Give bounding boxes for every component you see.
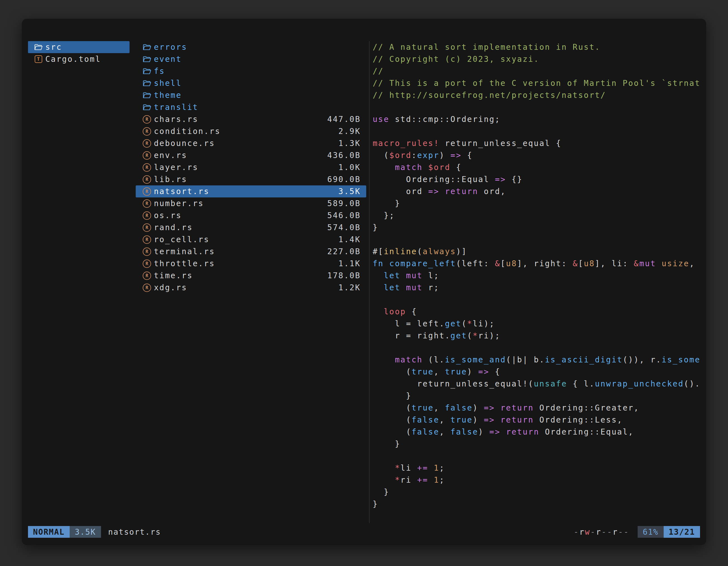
code-line: macro_rules! return_unless_equal { bbox=[373, 137, 704, 149]
rust-file-icon: R bbox=[143, 199, 151, 208]
dir-item-src[interactable]: src bbox=[28, 41, 130, 53]
file-item-condition.rs[interactable]: Rcondition.rs2.9K bbox=[136, 125, 366, 137]
item-size: 447.0B bbox=[327, 115, 361, 124]
file-item-xdg.rs[interactable]: Rxdg.rs1.2K bbox=[136, 282, 366, 293]
code-line: match $ord { bbox=[373, 161, 704, 173]
code-line: #[inline(always)] bbox=[373, 246, 704, 258]
item-size: 2.9K bbox=[339, 127, 361, 136]
code-line: } bbox=[373, 390, 704, 402]
parent-dir-pane: srcTCargo.toml bbox=[28, 41, 130, 65]
code-line: r = right.get(*ri); bbox=[373, 330, 704, 342]
rust-file-icon: R bbox=[143, 259, 151, 268]
rust-file-icon: R bbox=[143, 187, 151, 196]
perm-char: - bbox=[590, 527, 596, 537]
item-size: 1.3K bbox=[339, 139, 361, 148]
folder-open-icon bbox=[143, 55, 151, 64]
item-size: 436.0B bbox=[327, 151, 361, 160]
code-line: } bbox=[373, 438, 704, 450]
mode-indicator: NORMAL bbox=[28, 526, 70, 538]
item-label: lib.rs bbox=[154, 175, 187, 184]
file-item-chars.rs[interactable]: Rchars.rs447.0B bbox=[136, 113, 366, 125]
file-item-Cargo.toml[interactable]: TCargo.toml bbox=[28, 53, 130, 65]
folder-open-icon bbox=[143, 91, 151, 100]
item-label: rand.rs bbox=[154, 223, 193, 232]
code-line bbox=[373, 234, 704, 246]
item-label: theme bbox=[154, 91, 182, 100]
rust-file-icon: R bbox=[143, 247, 151, 256]
item-size: 589.0B bbox=[327, 199, 361, 208]
code-line: // A natural sort implementation in Rust… bbox=[373, 41, 704, 53]
code-line bbox=[373, 450, 704, 462]
file-item-lib.rs[interactable]: Rlib.rs690.0B bbox=[136, 173, 366, 186]
item-label: time.rs bbox=[154, 271, 193, 280]
item-size: 227.0B bbox=[327, 247, 361, 256]
code-line: // bbox=[373, 65, 704, 77]
file-item-natsort.rs[interactable]: Rnatsort.rs3.5K bbox=[136, 186, 366, 198]
item-label: event bbox=[154, 55, 182, 64]
dir-item-errors[interactable]: errors bbox=[136, 41, 366, 53]
item-size: 690.0B bbox=[327, 175, 361, 184]
code-line: (false, true) => return Ordering::Less, bbox=[373, 414, 704, 426]
code-line bbox=[373, 293, 704, 305]
item-size: 574.0B bbox=[327, 223, 361, 232]
toml-file-icon: T bbox=[34, 55, 43, 64]
dir-item-shell[interactable]: shell bbox=[136, 77, 366, 89]
code-line: // This is a port of the C version of Ma… bbox=[373, 77, 704, 89]
rust-file-icon: R bbox=[143, 271, 151, 280]
rust-file-icon: R bbox=[143, 211, 151, 220]
code-line: *ri += 1; bbox=[373, 474, 704, 486]
code-line: ($ord:expr) => { bbox=[373, 149, 704, 161]
file-item-rand.rs[interactable]: Rrand.rs574.0B bbox=[136, 222, 366, 234]
panes-area: srcTCargo.toml errorseventfsshellthemetr… bbox=[22, 19, 706, 545]
item-label: shell bbox=[154, 79, 182, 88]
perm-char: w bbox=[585, 527, 590, 537]
code-line: } bbox=[373, 222, 704, 234]
file-item-debounce.rs[interactable]: Rdebounce.rs1.3K bbox=[136, 137, 366, 149]
file-item-throttle.rs[interactable]: Rthrottle.rs1.1K bbox=[136, 258, 366, 270]
folder-open-icon bbox=[143, 43, 151, 52]
status-bar: NORMAL 3.5K natsort.rs -rw-r--r-- 61% 13… bbox=[28, 526, 700, 538]
dir-item-theme[interactable]: theme bbox=[136, 89, 366, 101]
perm-char: - bbox=[607, 527, 613, 537]
code-line: // Copyright (c) 2023, sxyazi. bbox=[373, 53, 704, 65]
item-label: errors bbox=[154, 43, 187, 52]
yazi-file-manager-window: srcTCargo.toml errorseventfsshellthemetr… bbox=[22, 19, 706, 545]
code-line: match (l.is_some_and(|b| b.is_ascii_digi… bbox=[373, 354, 704, 366]
item-size: 546.0B bbox=[327, 211, 361, 220]
file-item-env.rs[interactable]: Renv.rs436.0B bbox=[136, 149, 366, 161]
code-line bbox=[373, 101, 704, 113]
file-permissions: -rw-r--r-- bbox=[574, 527, 630, 537]
item-label: number.rs bbox=[154, 199, 204, 208]
code-line: let mut l; bbox=[373, 270, 704, 282]
dir-item-translit[interactable]: translit bbox=[136, 101, 366, 113]
perm-char: r bbox=[613, 527, 618, 537]
file-item-terminal.rs[interactable]: Rterminal.rs227.0B bbox=[136, 246, 366, 258]
rust-file-icon: R bbox=[143, 163, 151, 172]
file-item-ro_cell.rs[interactable]: Rro_cell.rs1.4K bbox=[136, 234, 366, 246]
scroll-percent-badge: 61% bbox=[638, 526, 664, 538]
rust-file-icon: R bbox=[143, 175, 151, 184]
item-label: natsort.rs bbox=[154, 187, 210, 196]
item-label: terminal.rs bbox=[154, 247, 215, 256]
dir-item-fs[interactable]: fs bbox=[136, 65, 366, 77]
rust-file-icon: R bbox=[143, 127, 151, 136]
code-line: use std::cmp::Ordering; bbox=[373, 113, 704, 125]
code-line: (true, true) => { bbox=[373, 366, 704, 378]
code-line bbox=[373, 125, 704, 137]
dir-item-event[interactable]: event bbox=[136, 53, 366, 65]
item-label: env.rs bbox=[154, 151, 187, 160]
file-item-os.rs[interactable]: Ros.rs546.0B bbox=[136, 210, 366, 222]
folder-open-icon bbox=[143, 103, 151, 112]
item-label: Cargo.toml bbox=[45, 55, 101, 64]
file-item-layer.rs[interactable]: Rlayer.rs1.0K bbox=[136, 161, 366, 173]
code-line: return_unless_equal!(unsafe { l.unwrap_u… bbox=[373, 378, 704, 390]
perm-char: - bbox=[618, 527, 624, 537]
item-size: 1.4K bbox=[339, 235, 361, 244]
code-line: } bbox=[373, 486, 704, 498]
file-item-number.rs[interactable]: Rnumber.rs589.0B bbox=[136, 198, 366, 210]
code-line: } bbox=[373, 198, 704, 210]
code-line: let mut r; bbox=[373, 282, 704, 293]
item-label: os.rs bbox=[154, 211, 182, 220]
file-item-time.rs[interactable]: Rtime.rs178.0B bbox=[136, 270, 366, 282]
folder-open-icon bbox=[143, 79, 151, 88]
